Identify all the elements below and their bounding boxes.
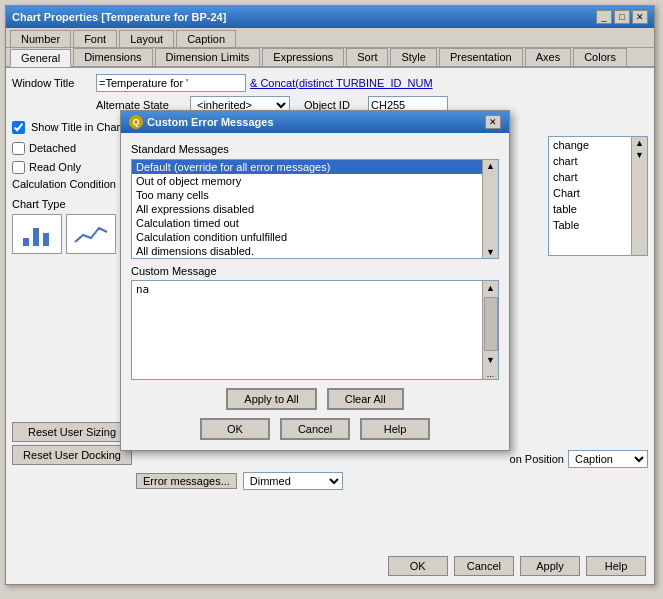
- modal-action-row: Apply to All Clear All: [131, 388, 499, 410]
- modal-close-button[interactable]: ✕: [485, 115, 501, 129]
- custom-scroll-thumb[interactable]: [484, 297, 498, 351]
- msg-scroll-down[interactable]: ▼: [483, 246, 498, 258]
- messages-list-scrollbar[interactable]: ▲ ▼: [482, 160, 498, 258]
- clear-all-button[interactable]: Clear All: [327, 388, 404, 410]
- custom-message-textarea[interactable]: na: [132, 281, 480, 379]
- msg-scroll-up[interactable]: ▲: [483, 160, 498, 172]
- apply-to-all-button[interactable]: Apply to All: [226, 388, 316, 410]
- modal-title-icon: Q: [129, 115, 143, 129]
- modal-help-button[interactable]: Help: [360, 418, 430, 440]
- message-item-5[interactable]: Calculation condition unfulfilled: [132, 230, 498, 244]
- message-item-3[interactable]: All expressions disabled: [132, 202, 498, 216]
- message-item-6[interactable]: All dimensions disabled.: [132, 244, 498, 258]
- custom-error-messages-modal: Q Custom Error Messages ✕ Standard Messa…: [120, 110, 510, 451]
- modal-title-text: Q Custom Error Messages: [129, 115, 274, 129]
- custom-message-label: Custom Message: [131, 265, 499, 277]
- custom-scroll-dots[interactable]: ...: [487, 369, 495, 379]
- modal-title-bar: Q Custom Error Messages ✕: [121, 111, 509, 133]
- modal-overlay: Q Custom Error Messages ✕ Standard Messa…: [0, 0, 663, 599]
- modal-body: Standard Messages Default (override for …: [121, 133, 509, 450]
- message-item-4[interactable]: Calculation timed out: [132, 216, 498, 230]
- message-item-0[interactable]: Default (override for all error messages…: [132, 160, 498, 174]
- standard-messages-label: Standard Messages: [131, 143, 499, 155]
- message-item-2[interactable]: Too many cells: [132, 188, 498, 202]
- modal-btn-row: OK Cancel Help: [131, 418, 499, 440]
- custom-message-container: na ▲ ▼ ...: [131, 280, 499, 380]
- message-item-1[interactable]: Out of object memory: [132, 174, 498, 188]
- modal-ok-button[interactable]: OK: [200, 418, 270, 440]
- custom-msg-scrollbar: ▲ ▼ ...: [482, 281, 498, 379]
- modal-title-label: Custom Error Messages: [147, 116, 274, 128]
- custom-scroll-down[interactable]: ▼: [484, 353, 497, 367]
- custom-scroll-up[interactable]: ▲: [484, 281, 497, 295]
- modal-cancel-button[interactable]: Cancel: [280, 418, 350, 440]
- messages-list: Default (override for all error messages…: [132, 160, 498, 258]
- messages-list-container[interactable]: Default (override for all error messages…: [131, 159, 499, 259]
